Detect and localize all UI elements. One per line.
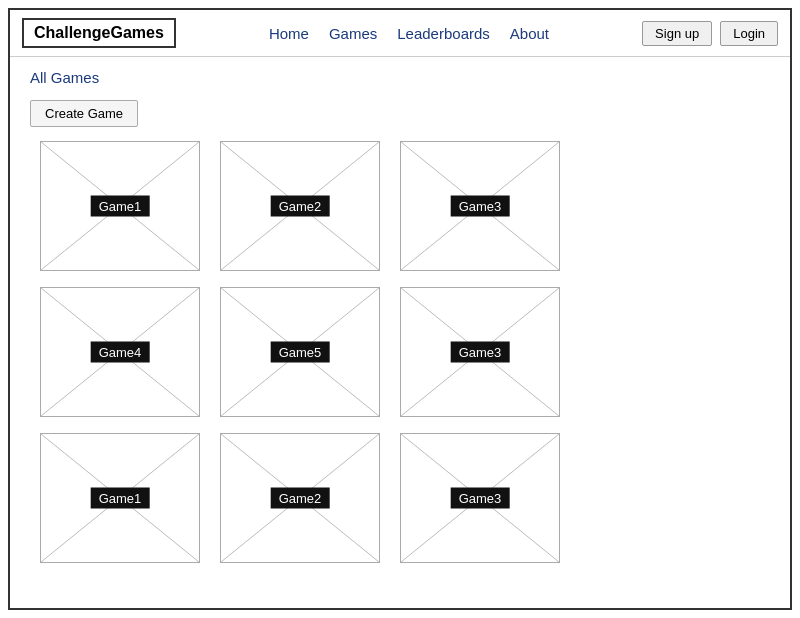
game-label: Game1 — [91, 488, 150, 509]
games-grid: Game1Game2Game3Game4Game5Game3Game1Game2… — [40, 141, 770, 563]
game-card[interactable]: Game1 — [40, 433, 200, 563]
game-card[interactable]: Game2 — [220, 141, 380, 271]
header: ChallengeGames Home Games Leaderboards A… — [10, 10, 790, 57]
signup-button[interactable]: Sign up — [642, 21, 712, 46]
main-nav: Home Games Leaderboards About — [196, 25, 622, 42]
main-content: All Games Create Game Game1Game2Game3Gam… — [10, 57, 790, 575]
nav-about[interactable]: About — [510, 25, 549, 42]
app-container: ChallengeGames Home Games Leaderboards A… — [8, 8, 792, 610]
nav-leaderboards[interactable]: Leaderboards — [397, 25, 490, 42]
game-label: Game2 — [271, 488, 330, 509]
game-label: Game3 — [451, 342, 510, 363]
game-card[interactable]: Game3 — [400, 141, 560, 271]
nav-home[interactable]: Home — [269, 25, 309, 42]
game-label: Game1 — [91, 196, 150, 217]
create-game-button[interactable]: Create Game — [30, 100, 138, 127]
game-card[interactable]: Game1 — [40, 141, 200, 271]
game-label: Game2 — [271, 196, 330, 217]
login-button[interactable]: Login — [720, 21, 778, 46]
game-label: Game4 — [91, 342, 150, 363]
game-label: Game3 — [451, 196, 510, 217]
game-card[interactable]: Game3 — [400, 287, 560, 417]
game-card[interactable]: Game4 — [40, 287, 200, 417]
nav-games[interactable]: Games — [329, 25, 377, 42]
game-card[interactable]: Game2 — [220, 433, 380, 563]
page-title: All Games — [30, 69, 770, 86]
game-label: Game3 — [451, 488, 510, 509]
header-buttons: Sign up Login — [642, 21, 778, 46]
game-card[interactable]: Game5 — [220, 287, 380, 417]
logo[interactable]: ChallengeGames — [22, 18, 176, 48]
game-label: Game5 — [271, 342, 330, 363]
game-card[interactable]: Game3 — [400, 433, 560, 563]
